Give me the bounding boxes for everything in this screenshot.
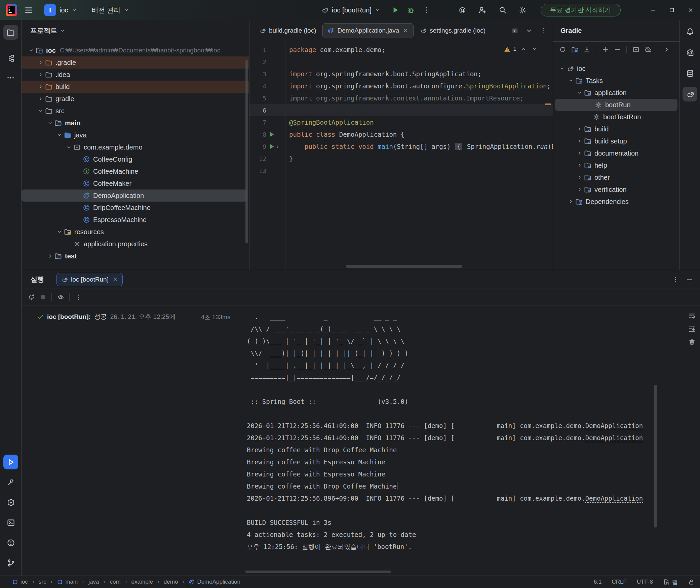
chevron-down-icon[interactable] (567, 78, 575, 84)
project-tree-item-comexampledemo[interactable]: com.example.demo (22, 141, 249, 153)
chevron-right-icon[interactable] (36, 72, 45, 78)
project-tree-item-idea[interactable]: .idea (22, 69, 249, 81)
more-tool-windows-button[interactable] (3, 70, 18, 85)
chevron-right-icon[interactable] (575, 138, 584, 144)
project-tree-item-applicationproperties[interactable]: application.properties (22, 238, 249, 250)
console-output[interactable]: . ____ _ __ _ _ /\\ / ___'_ __ _ _(_)_ _… (238, 306, 700, 576)
chevron-right-icon[interactable] (575, 150, 584, 156)
chevron-down-icon[interactable] (65, 144, 73, 150)
rerun-button[interactable] (26, 291, 37, 303)
offline-mode-button[interactable] (642, 44, 654, 55)
project-tree-item-coffeemachine[interactable]: ICoffeeMachine (22, 165, 249, 177)
run-console-button[interactable] (508, 25, 521, 37)
project-tree-item-espressomachine[interactable]: CEspressoMachine (22, 214, 249, 226)
run-button[interactable] (3, 455, 18, 469)
more-run-toolbar-button[interactable] (73, 291, 84, 303)
chevron-right-icon[interactable] (36, 59, 45, 66)
add-gradle-project-button[interactable] (599, 44, 611, 55)
gradle-tree-item-ioc[interactable]: ioc (553, 62, 679, 75)
chevron-right-icon[interactable] (567, 199, 575, 205)
console-v-scrollbar[interactable] (654, 385, 657, 528)
chevron-down-icon[interactable] (55, 132, 64, 138)
gradle-tree-item-help[interactable]: help (553, 159, 679, 171)
chevron-down-icon[interactable] (558, 66, 567, 72)
project-tree-item-dripcoffeemachine[interactable]: CDripCoffeeMachine (22, 202, 249, 214)
editor-tab-settingsgradle-ioc-[interactable]: settings.gradle (ioc) (415, 23, 491, 38)
chevron-right-icon[interactable] (575, 174, 584, 180)
fold-expand-icon[interactable] (275, 144, 280, 149)
project-tree-item-coffeemaker[interactable]: CCoffeeMaker (22, 177, 249, 190)
gradle-tree-item-bootrun[interactable]: bootRun (555, 99, 677, 111)
editor-tab-demoapplicationjava[interactable]: CDemoApplication.java (322, 23, 414, 38)
gradle-tree-item-application[interactable]: application (553, 87, 679, 99)
status-encoding[interactable]: UTF-8 (637, 579, 653, 585)
breadcrumb-main[interactable]: main (57, 579, 78, 585)
build-button[interactable] (3, 475, 18, 490)
gradle-tree-item-documentation[interactable]: documentation (553, 147, 679, 159)
project-tree-item-src[interactable]: src (22, 105, 249, 117)
main-menu-button[interactable] (21, 3, 36, 17)
hide-run-panel-button[interactable] (683, 274, 696, 286)
gradle-tree-item-build[interactable]: build (553, 123, 679, 135)
warning-stripe-mark[interactable] (545, 103, 551, 105)
status-indent[interactable]: 탭 (663, 578, 678, 586)
project-tree-item-main[interactable]: main (22, 117, 249, 129)
gutter[interactable] (266, 143, 285, 150)
run-configuration-widget[interactable]: ioc [bootRun] (318, 3, 384, 17)
breadcrumb-demoapplication[interactable]: CDemoApplication (189, 579, 240, 585)
debug-button[interactable] (403, 3, 419, 17)
console-class-link[interactable]: DemoApplication (585, 495, 643, 502)
project-scrollbar[interactable] (245, 60, 248, 243)
code-line-9[interactable]: 9 public static void main(String[] args)… (249, 140, 553, 153)
search-everywhere-button[interactable] (495, 3, 510, 17)
project-tree-item-coffeeconfig[interactable]: CCoffeeConfig (22, 153, 249, 165)
project-tree-item-ioc[interactable]: iocC:₩Users₩admin₩Documents₩hanbit-sprin… (22, 44, 249, 56)
project-tree-item-test[interactable]: test (22, 250, 249, 262)
code-line-4[interactable]: 4import org.springframework.boot.autocon… (249, 80, 553, 92)
project-tree-item-demoapplication[interactable]: CDemoApplication (22, 190, 247, 202)
project-tree-item-gradle[interactable]: .gradle (22, 56, 249, 69)
run-tab[interactable]: ioc [bootRun] (56, 273, 123, 286)
chevron-right-icon[interactable] (36, 96, 45, 102)
gradle-tree-item-verification[interactable]: verification (553, 183, 679, 196)
code-line-12[interactable]: 12} (249, 153, 553, 165)
project-tree-item-gradle[interactable]: gradle (22, 93, 249, 105)
next-problem-button[interactable] (531, 45, 539, 53)
chevron-right-icon[interactable] (36, 84, 45, 90)
settings-button[interactable] (515, 3, 531, 17)
gradle-tree-item-build-setup[interactable]: build setup (553, 135, 679, 147)
code-line-6[interactable]: 6 (249, 104, 553, 116)
gutter[interactable] (266, 131, 285, 137)
project-button[interactable] (3, 25, 18, 40)
console-h-scrollbar[interactable] (245, 571, 391, 573)
execute-task-button[interactable] (630, 44, 642, 55)
minimize-button[interactable] (644, 0, 662, 20)
scroll-to-end-button[interactable] (686, 323, 698, 335)
chevron-right-icon[interactable] (46, 253, 54, 259)
project-widget[interactable]: I ioc (41, 3, 80, 17)
editor-tab-buildgradle-ioc-[interactable]: build.gradle (ioc) (254, 23, 321, 38)
gradle-tree-item-other[interactable]: other (553, 171, 679, 183)
status-line-separator[interactable]: CRLF (612, 579, 626, 585)
code-area[interactable]: 1package com.example.demo;23import org.s… (249, 41, 553, 269)
more-run-options-button[interactable] (419, 3, 434, 17)
prev-problem-button[interactable] (519, 45, 528, 53)
services-button[interactable] (3, 495, 18, 510)
gradle-tree-item-dependencies[interactable]: Dependencies (553, 196, 679, 208)
structure-button[interactable] (3, 51, 18, 66)
gradle-tool-window-button[interactable] (683, 87, 697, 101)
chevron-down-icon[interactable] (27, 47, 36, 53)
project-tree-item-java[interactable]: java (22, 129, 249, 141)
chevron-right-icon[interactable] (575, 126, 584, 132)
more-tabs-button[interactable] (537, 25, 549, 37)
stop-button[interactable] (37, 291, 48, 303)
database-button[interactable] (683, 66, 697, 81)
vcs-widget[interactable]: 버전 관리 (88, 3, 133, 17)
chevron-right-icon[interactable] (575, 162, 584, 168)
code-line-8[interactable]: 8public class DemoApplication { (249, 128, 553, 140)
more-toolbar-button[interactable] (660, 44, 672, 55)
close-button[interactable] (681, 0, 700, 20)
ai-assistant-chat-button[interactable] (683, 45, 697, 60)
inspection-widget[interactable]: 1 (504, 45, 539, 53)
run-button[interactable] (388, 3, 403, 17)
